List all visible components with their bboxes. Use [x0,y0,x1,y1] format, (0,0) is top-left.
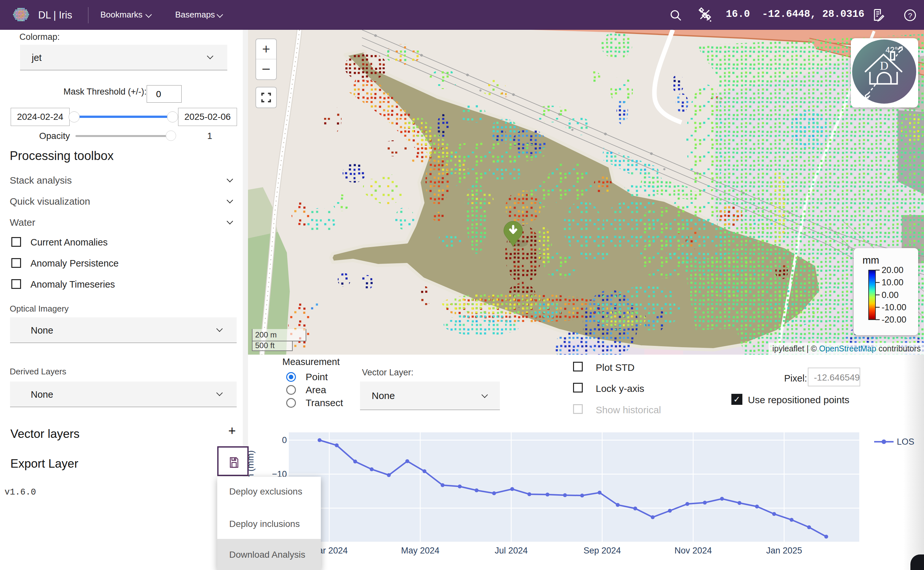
svg-text:LOS: LOS [897,437,914,447]
svg-text:20.00: 20.00 [881,265,904,275]
svg-text:-10.00: -10.00 [881,302,907,312]
svg-text:?: ? [908,11,912,20]
svg-text:-20.00: -20.00 [881,315,907,325]
svg-text:10.00: 10.00 [881,277,904,287]
svg-text:May 2024: May 2024 [401,546,440,555]
svg-text:Sep 2024: Sep 2024 [583,546,621,555]
svg-text:mm: mm [863,254,879,266]
svg-text:0: 0 [282,435,287,445]
svg-text:Jan 2025: Jan 2025 [766,546,802,555]
svg-text:42°: 42° [886,45,898,54]
svg-text:0.00: 0.00 [881,290,899,300]
svg-text:Nov 2024: Nov 2024 [675,546,712,555]
svg-text:D: D [880,59,888,72]
svg-text:Jul 2024: Jul 2024 [495,546,528,555]
